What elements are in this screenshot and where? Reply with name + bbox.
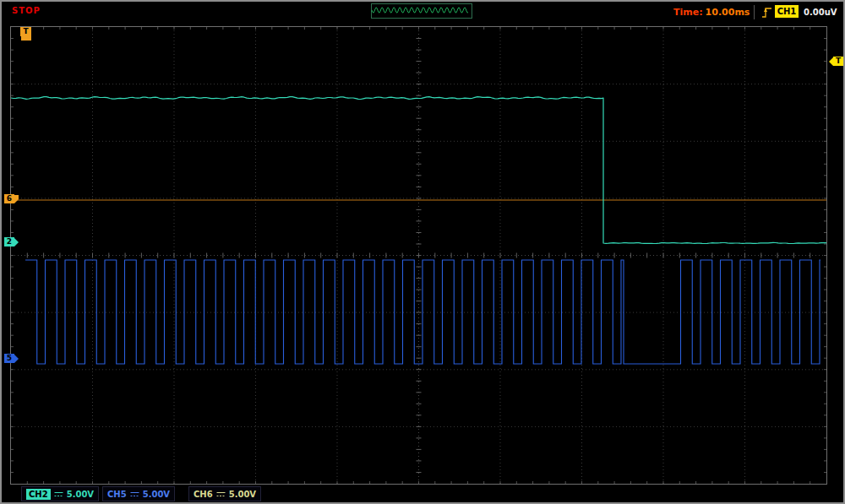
ch5-zero-marker[interactable]: 5 xyxy=(4,354,19,363)
time-label: Time: xyxy=(673,7,703,18)
top-status-bar: STOP Time:10.00ms CH1 0.00uV xyxy=(2,2,843,24)
ch2-label: CH2 xyxy=(26,489,51,500)
acquisition-status[interactable]: STOP xyxy=(12,6,41,15)
trigger-level-readout: 0.00uV xyxy=(804,8,837,17)
ch5-readout[interactable]: CH5 5.00V xyxy=(102,486,175,501)
arrow-down-icon xyxy=(21,36,31,41)
ch6-marker-label: 6 xyxy=(4,194,14,203)
ch6-readout[interactable]: CH6 5.00V xyxy=(188,486,261,501)
ch6-label: CH6 xyxy=(194,490,213,499)
time-value: 10.00ms xyxy=(706,7,750,18)
arrow-right-icon xyxy=(14,238,19,247)
ch6-scale: 5.00V xyxy=(229,490,256,499)
ch5-label: CH5 xyxy=(107,490,127,499)
waveform-preview[interactable] xyxy=(371,3,472,19)
trigger-edge-icon xyxy=(761,5,772,19)
ch2-zero-marker[interactable]: 2 xyxy=(4,237,19,247)
dc-coupling-icon xyxy=(54,490,63,498)
scope-graticule[interactable] xyxy=(10,26,827,485)
ch6-zero-marker[interactable]: 6 xyxy=(4,194,19,203)
oscilloscope-window: STOP Time:10.00ms CH1 0.00uV T 6 2 5 xyxy=(0,0,845,504)
arrow-right-icon xyxy=(14,195,19,203)
trigger-level-label: T xyxy=(833,57,843,66)
timebase-readout[interactable]: Time:10.00ms xyxy=(673,7,750,18)
ch5-scale: 5.00V xyxy=(143,490,170,499)
divider xyxy=(754,5,755,19)
dc-coupling-icon xyxy=(130,490,139,498)
trigger-position-label: T xyxy=(20,27,31,36)
ch2-marker-label: 2 xyxy=(4,237,14,247)
preview-wave-icon xyxy=(372,4,470,16)
ch2-readout[interactable]: CH2 5.00V xyxy=(21,486,99,501)
ch5-marker-label: 5 xyxy=(4,354,14,363)
arrow-right-icon xyxy=(14,355,19,363)
ch2-scale: 5.00V xyxy=(67,490,94,499)
trigger-position-marker[interactable]: T xyxy=(20,27,31,41)
scope-canvas xyxy=(11,27,826,484)
dc-coupling-icon xyxy=(216,490,226,498)
trigger-level-marker[interactable]: T xyxy=(829,57,843,66)
trigger-source-badge[interactable]: CH1 xyxy=(775,5,799,18)
